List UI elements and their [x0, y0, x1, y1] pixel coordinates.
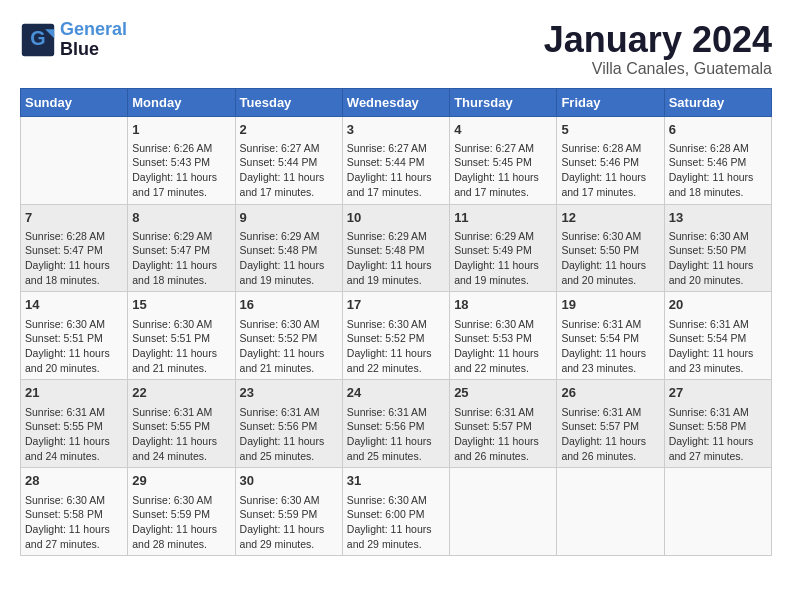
calendar-cell: 3Sunrise: 6:27 AM Sunset: 5:44 PM Daylig…: [342, 116, 449, 204]
day-number: 2: [240, 121, 338, 139]
day-number: 8: [132, 209, 230, 227]
calendar-week-2: 7Sunrise: 6:28 AM Sunset: 5:47 PM Daylig…: [21, 204, 772, 292]
calendar-cell: 9Sunrise: 6:29 AM Sunset: 5:48 PM Daylig…: [235, 204, 342, 292]
calendar-cell: 15Sunrise: 6:30 AM Sunset: 5:51 PM Dayli…: [128, 292, 235, 380]
day-info: Sunrise: 6:28 AM Sunset: 5:46 PM Dayligh…: [669, 141, 767, 200]
page-header: G General Blue January 2024 Villa Canale…: [20, 20, 772, 78]
title-block: January 2024 Villa Canales, Guatemala: [544, 20, 772, 78]
day-number: 11: [454, 209, 552, 227]
weekday-header-wednesday: Wednesday: [342, 88, 449, 116]
day-info: Sunrise: 6:30 AM Sunset: 5:51 PM Dayligh…: [132, 317, 230, 376]
day-number: 29: [132, 472, 230, 490]
day-number: 28: [25, 472, 123, 490]
calendar-cell: 14Sunrise: 6:30 AM Sunset: 5:51 PM Dayli…: [21, 292, 128, 380]
day-info: Sunrise: 6:31 AM Sunset: 5:55 PM Dayligh…: [25, 405, 123, 464]
day-info: Sunrise: 6:27 AM Sunset: 5:45 PM Dayligh…: [454, 141, 552, 200]
calendar-cell: 7Sunrise: 6:28 AM Sunset: 5:47 PM Daylig…: [21, 204, 128, 292]
weekday-header-thursday: Thursday: [450, 88, 557, 116]
calendar-cell: 10Sunrise: 6:29 AM Sunset: 5:48 PM Dayli…: [342, 204, 449, 292]
calendar-header: SundayMondayTuesdayWednesdayThursdayFrid…: [21, 88, 772, 116]
day-number: 27: [669, 384, 767, 402]
day-info: Sunrise: 6:27 AM Sunset: 5:44 PM Dayligh…: [240, 141, 338, 200]
day-number: 16: [240, 296, 338, 314]
calendar-cell: 25Sunrise: 6:31 AM Sunset: 5:57 PM Dayli…: [450, 380, 557, 468]
day-number: 12: [561, 209, 659, 227]
calendar-cell: 12Sunrise: 6:30 AM Sunset: 5:50 PM Dayli…: [557, 204, 664, 292]
day-info: Sunrise: 6:31 AM Sunset: 5:54 PM Dayligh…: [669, 317, 767, 376]
calendar-cell: 19Sunrise: 6:31 AM Sunset: 5:54 PM Dayli…: [557, 292, 664, 380]
calendar-cell: 26Sunrise: 6:31 AM Sunset: 5:57 PM Dayli…: [557, 380, 664, 468]
calendar-cell: 2Sunrise: 6:27 AM Sunset: 5:44 PM Daylig…: [235, 116, 342, 204]
weekday-header-saturday: Saturday: [664, 88, 771, 116]
day-number: 20: [669, 296, 767, 314]
day-info: Sunrise: 6:26 AM Sunset: 5:43 PM Dayligh…: [132, 141, 230, 200]
calendar-cell: [557, 468, 664, 556]
calendar-week-3: 14Sunrise: 6:30 AM Sunset: 5:51 PM Dayli…: [21, 292, 772, 380]
calendar-cell: [21, 116, 128, 204]
calendar-cell: 22Sunrise: 6:31 AM Sunset: 5:55 PM Dayli…: [128, 380, 235, 468]
calendar-cell: 4Sunrise: 6:27 AM Sunset: 5:45 PM Daylig…: [450, 116, 557, 204]
logo-text-line1: General: [60, 20, 127, 40]
day-info: Sunrise: 6:30 AM Sunset: 5:52 PM Dayligh…: [240, 317, 338, 376]
day-info: Sunrise: 6:30 AM Sunset: 6:00 PM Dayligh…: [347, 493, 445, 552]
calendar-cell: 1Sunrise: 6:26 AM Sunset: 5:43 PM Daylig…: [128, 116, 235, 204]
day-number: 5: [561, 121, 659, 139]
day-number: 17: [347, 296, 445, 314]
calendar-cell: 20Sunrise: 6:31 AM Sunset: 5:54 PM Dayli…: [664, 292, 771, 380]
calendar-cell: 23Sunrise: 6:31 AM Sunset: 5:56 PM Dayli…: [235, 380, 342, 468]
calendar-cell: 29Sunrise: 6:30 AM Sunset: 5:59 PM Dayli…: [128, 468, 235, 556]
day-info: Sunrise: 6:31 AM Sunset: 5:56 PM Dayligh…: [347, 405, 445, 464]
calendar-cell: 31Sunrise: 6:30 AM Sunset: 6:00 PM Dayli…: [342, 468, 449, 556]
day-info: Sunrise: 6:30 AM Sunset: 5:50 PM Dayligh…: [561, 229, 659, 288]
day-info: Sunrise: 6:31 AM Sunset: 5:57 PM Dayligh…: [454, 405, 552, 464]
weekday-header-row: SundayMondayTuesdayWednesdayThursdayFrid…: [21, 88, 772, 116]
calendar-cell: 11Sunrise: 6:29 AM Sunset: 5:49 PM Dayli…: [450, 204, 557, 292]
day-info: Sunrise: 6:31 AM Sunset: 5:56 PM Dayligh…: [240, 405, 338, 464]
day-number: 30: [240, 472, 338, 490]
calendar-cell: 8Sunrise: 6:29 AM Sunset: 5:47 PM Daylig…: [128, 204, 235, 292]
weekday-header-sunday: Sunday: [21, 88, 128, 116]
day-info: Sunrise: 6:30 AM Sunset: 5:51 PM Dayligh…: [25, 317, 123, 376]
calendar-week-5: 28Sunrise: 6:30 AM Sunset: 5:58 PM Dayli…: [21, 468, 772, 556]
calendar-week-4: 21Sunrise: 6:31 AM Sunset: 5:55 PM Dayli…: [21, 380, 772, 468]
svg-text:G: G: [30, 27, 45, 49]
day-number: 25: [454, 384, 552, 402]
calendar-cell: 17Sunrise: 6:30 AM Sunset: 5:52 PM Dayli…: [342, 292, 449, 380]
day-number: 21: [25, 384, 123, 402]
day-info: Sunrise: 6:28 AM Sunset: 5:47 PM Dayligh…: [25, 229, 123, 288]
calendar-cell: [450, 468, 557, 556]
calendar-cell: 16Sunrise: 6:30 AM Sunset: 5:52 PM Dayli…: [235, 292, 342, 380]
day-info: Sunrise: 6:30 AM Sunset: 5:53 PM Dayligh…: [454, 317, 552, 376]
day-info: Sunrise: 6:29 AM Sunset: 5:47 PM Dayligh…: [132, 229, 230, 288]
day-info: Sunrise: 6:30 AM Sunset: 5:50 PM Dayligh…: [669, 229, 767, 288]
calendar-week-1: 1Sunrise: 6:26 AM Sunset: 5:43 PM Daylig…: [21, 116, 772, 204]
day-info: Sunrise: 6:27 AM Sunset: 5:44 PM Dayligh…: [347, 141, 445, 200]
day-number: 22: [132, 384, 230, 402]
logo-icon: G: [20, 22, 56, 58]
logo-text-line2: Blue: [60, 40, 127, 60]
weekday-header-tuesday: Tuesday: [235, 88, 342, 116]
day-number: 24: [347, 384, 445, 402]
day-number: 10: [347, 209, 445, 227]
month-title: January 2024: [544, 20, 772, 60]
day-number: 19: [561, 296, 659, 314]
day-info: Sunrise: 6:31 AM Sunset: 5:57 PM Dayligh…: [561, 405, 659, 464]
day-number: 7: [25, 209, 123, 227]
calendar-body: 1Sunrise: 6:26 AM Sunset: 5:43 PM Daylig…: [21, 116, 772, 556]
day-info: Sunrise: 6:31 AM Sunset: 5:55 PM Dayligh…: [132, 405, 230, 464]
logo: G General Blue: [20, 20, 127, 60]
calendar-cell: 30Sunrise: 6:30 AM Sunset: 5:59 PM Dayli…: [235, 468, 342, 556]
calendar-cell: 27Sunrise: 6:31 AM Sunset: 5:58 PM Dayli…: [664, 380, 771, 468]
calendar-cell: 5Sunrise: 6:28 AM Sunset: 5:46 PM Daylig…: [557, 116, 664, 204]
calendar-table: SundayMondayTuesdayWednesdayThursdayFrid…: [20, 88, 772, 557]
calendar-cell: 6Sunrise: 6:28 AM Sunset: 5:46 PM Daylig…: [664, 116, 771, 204]
day-number: 26: [561, 384, 659, 402]
calendar-cell: 24Sunrise: 6:31 AM Sunset: 5:56 PM Dayli…: [342, 380, 449, 468]
day-info: Sunrise: 6:30 AM Sunset: 5:52 PM Dayligh…: [347, 317, 445, 376]
weekday-header-friday: Friday: [557, 88, 664, 116]
day-info: Sunrise: 6:29 AM Sunset: 5:49 PM Dayligh…: [454, 229, 552, 288]
day-number: 3: [347, 121, 445, 139]
day-number: 6: [669, 121, 767, 139]
location-title: Villa Canales, Guatemala: [544, 60, 772, 78]
day-number: 13: [669, 209, 767, 227]
